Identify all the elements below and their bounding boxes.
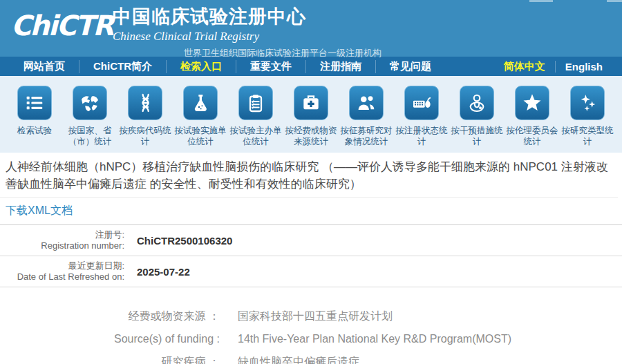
numbered-list-icon (17, 86, 52, 120)
dna-icon (128, 86, 162, 120)
site-subtitle: 世界卫生组织国际临床试验注册平台一级注册机构 (184, 47, 381, 59)
sparkles-icon (570, 86, 605, 120)
quicklink-by-sponsor[interactable]: 按试验主办单位统计 (228, 86, 283, 153)
quicklink-label: 检索试验 (17, 125, 52, 136)
statistics-quicklinks: 检索试验 按国家、省（市）统计 按疾病代码统计 按试验实施单位统计 按试验主办单… (0, 76, 622, 153)
cutoff-top-link-fragment (529, 0, 553, 2)
keyboard-mouse-icon (404, 86, 439, 120)
quicklink-by-registration-status[interactable]: 按注册状态统计 (394, 86, 449, 153)
nav-item-registration-guide[interactable]: 注册指南 (305, 60, 375, 73)
clipboard-icon (238, 86, 273, 120)
quicklink-label: 按伦理委员会统计 (505, 125, 560, 147)
quicklink-by-implementing-institution[interactable]: 按试验实施单位统计 (173, 86, 228, 153)
quicklink-label: 按经费或物资来源统计 (283, 125, 339, 147)
nav-item-about[interactable]: ChiCTR简介 (79, 60, 166, 73)
quicklink-by-disease-code[interactable]: 按疾病代码统计 (117, 86, 173, 153)
quicklink-label: 按干预措施统计 (449, 125, 505, 147)
quicklink-by-funding-source[interactable]: 按经费或物资来源统计 (283, 86, 339, 153)
target-disease-value: 缺血性脑卒中偏瘫后遗症 (238, 355, 359, 364)
medkit-icon (294, 86, 328, 120)
funding-value-zh: 国家科技部十四五重点研发计划 (238, 309, 393, 323)
world-map-icon (73, 86, 107, 120)
quicklink-by-country-province[interactable]: 按国家、省（市）统计 (62, 86, 117, 153)
main-nav: 网站首页 ChiCTR简介 检索入口 重要文件 注册指南 常见问题 简体中文 E… (0, 57, 622, 76)
lang-english[interactable]: English (555, 61, 612, 73)
cutoff-top-link-fragment (607, 0, 622, 2)
nav-item-search-entry[interactable]: 检索入口 (166, 60, 236, 73)
nav-item-important-documents[interactable]: 重要文件 (236, 60, 305, 73)
registration-number-label-en: Registration number: (0, 240, 124, 251)
funding-value-en: 14th Five-Year Plan National Key R&D Pro… (238, 332, 511, 346)
registration-number-label: 注册号: Registration number: (0, 225, 131, 256)
table-row-last-refreshed: 最近更新日期: Date of Last Refreshed on: 2025-… (0, 256, 622, 287)
last-refreshed-value: 2025-07-22 (131, 256, 622, 287)
funding-label-zh: 经费或物资来源 ： (0, 309, 220, 323)
last-refreshed-label: 最近更新日期: Date of Last Refreshed on: (0, 256, 131, 287)
quicklink-label: 按征募研究对象情况统计 (339, 125, 394, 147)
table-row-registration-number: 注册号: Registration number: ChiCTR25001063… (0, 225, 622, 256)
registration-number-label-zh: 注册号: (0, 229, 124, 240)
site-title-en: Chinese Clinical Trial Registry (113, 30, 381, 44)
last-refreshed-label-en: Date of Last Refreshed on: (0, 271, 124, 282)
lang-simplified-chinese[interactable]: 简体中文 (494, 60, 555, 73)
last-refreshed-label-zh: 最近更新日期: (0, 260, 124, 271)
trial-fields: 经费或物资来源 ： 国家科技部十四五重点研发计划 Source(s) of fu… (0, 309, 622, 364)
download-row: 下载XML文档 (0, 198, 622, 225)
quicklink-label: 按国家、省（市）统计 (62, 125, 117, 147)
site-header: ChiCTR 中国临床试验注册中心 Chinese Clinical Trial… (0, 0, 622, 57)
quicklink-by-recruitment-status[interactable]: 按征募研究对象情况统计 (339, 86, 394, 153)
quicklink-by-study-type[interactable]: 按研究类型统计 (560, 86, 615, 153)
nav-item-faq[interactable]: 常见问题 (375, 60, 445, 73)
quicklink-label: 按试验实施单位统计 (173, 125, 228, 147)
header-titles: 中国临床试验注册中心 Chinese Clinical Trial Regist… (113, 4, 381, 59)
chictr-logo: ChiCTR (11, 10, 113, 41)
target-disease-label: 研究疾病 ： (0, 355, 220, 364)
quicklink-label: 按疾病代码统计 (117, 125, 173, 147)
registration-table: 注册号: Registration number: ChiCTR25001063… (0, 225, 622, 287)
trial-title: 人神经前体细胞（hNPC）移植治疗缺血性脑损伤的临床研究 （——评价人诱导多能干… (0, 153, 618, 198)
trial-detail: 人神经前体细胞（hNPC）移植治疗缺血性脑损伤的临床研究 （——评价人诱导多能干… (0, 153, 622, 364)
quicklink-label: 按试验主办单位统计 (228, 125, 283, 147)
funding-label-en: Source(s) of funding : (0, 332, 220, 346)
field-row-target-disease: 研究疾病 ： 缺血性脑卒中偏瘫后遗症 (0, 355, 622, 364)
quicklink-label: 按注册状态统计 (394, 125, 449, 147)
star-icon (515, 86, 549, 120)
quicklink-by-intervention[interactable]: 按干预措施统计 (449, 86, 505, 153)
site-title-zh: 中国临床试验注册中心 (113, 4, 381, 29)
field-row-funding-zh: 经费或物资来源 ： 国家科技部十四五重点研发计划 (0, 309, 622, 323)
flask-icon (183, 86, 218, 120)
people-icon (349, 86, 384, 120)
quicklink-label: 按研究类型统计 (560, 125, 615, 147)
nav-item-home[interactable]: 网站首页 (10, 60, 79, 73)
quicklink-by-ethics-committee[interactable]: 按伦理委员会统计 (505, 86, 560, 153)
field-row-funding-en: Source(s) of funding : 14th Five-Year Pl… (0, 332, 622, 346)
download-xml-link[interactable]: 下载XML文档 (6, 204, 73, 216)
registration-number-value: ChiCTR2500106320 (131, 225, 622, 256)
quicklink-search-trials[interactable]: 检索试验 (7, 86, 62, 153)
doctor-icon (460, 86, 494, 120)
